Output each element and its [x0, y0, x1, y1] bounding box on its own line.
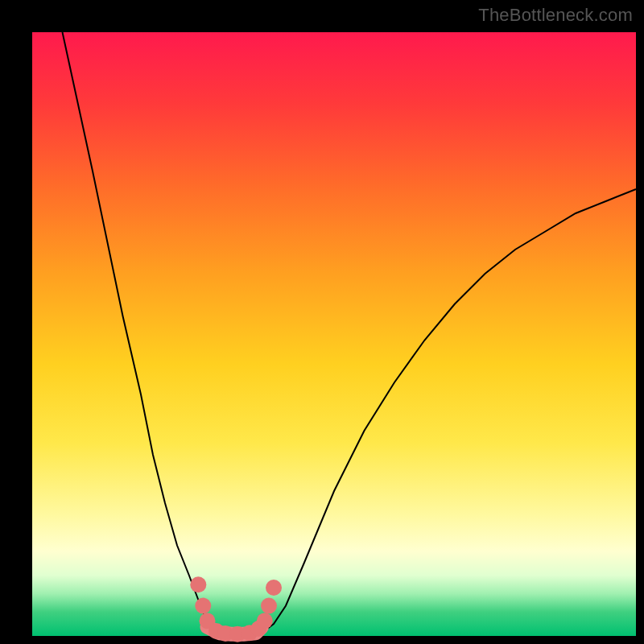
- marker-dot: [266, 580, 282, 596]
- curve-left: [63, 32, 214, 633]
- attribution-label: TheBottleneck.com: [478, 5, 633, 26]
- marker-dot: [195, 598, 211, 614]
- marker-dot: [257, 613, 273, 629]
- chart-plot-area: [32, 32, 636, 636]
- marker-dot: [261, 598, 277, 614]
- chart-svg: [32, 32, 636, 636]
- curve-right: [262, 189, 636, 633]
- marker-cluster-floor: [208, 580, 282, 642]
- marker-cluster-left: [190, 576, 215, 629]
- marker-dot: [190, 576, 206, 592]
